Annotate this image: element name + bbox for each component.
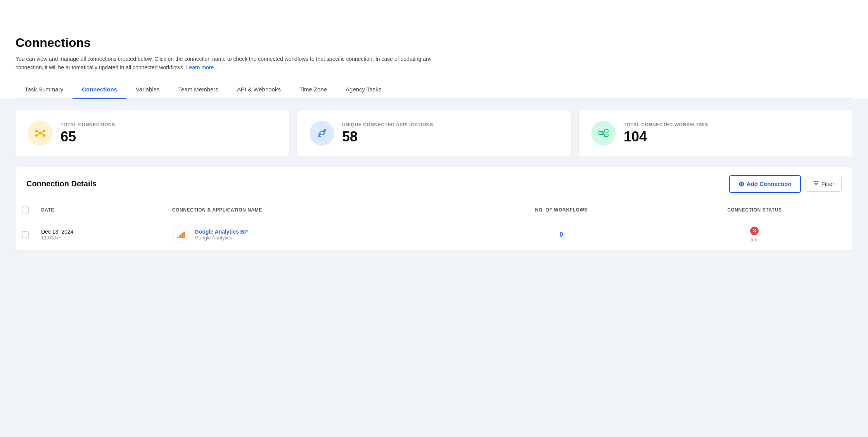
col-status: CONNECTION STATUS (657, 201, 852, 219)
date-cell: Dec 13, 2024 11:03:57 (41, 229, 160, 241)
svg-line-8 (40, 133, 44, 136)
stat-card-unique-apps: UNIQUE CONNECTED APPLICATIONS 58 (297, 110, 571, 157)
tab-variables[interactable]: Variables (126, 81, 169, 99)
filter-icon (813, 180, 819, 188)
date-main: Dec 13, 2024 (41, 229, 160, 235)
svg-line-7 (36, 133, 40, 136)
select-all-checkbox[interactable] (22, 206, 29, 213)
tab-time-zone[interactable]: Time Zone (290, 81, 336, 99)
total-workflows-label: TOTAL CONNECTED WORKFLOWS (624, 122, 708, 127)
svg-line-6 (40, 131, 44, 133)
tab-task-summary[interactable]: Task Summary (16, 81, 73, 99)
total-connections-label: TOTAL CONNECTIONS (61, 122, 115, 127)
svg-rect-19 (183, 231, 185, 238)
panel-title: Connection Details (26, 179, 97, 188)
app-cell: Google Analytics BP Google Analytics (172, 226, 460, 243)
col-workflows: NO. OF WORKFLOWS (466, 201, 657, 219)
page-title: Connections (16, 36, 852, 50)
col-date: DATE (35, 201, 166, 219)
unique-apps-value: 58 (342, 129, 433, 145)
tabs-nav: Task Summary Connections Variables Team … (16, 81, 852, 99)
total-connections-icon (28, 121, 53, 146)
tab-team-members[interactable]: Team Members (169, 81, 227, 99)
content-area: TOTAL CONNECTIONS 65 UNIQUE CONNECTED AP… (0, 99, 868, 332)
app-name-link[interactable]: Google Analytics BP (195, 229, 248, 235)
stat-card-total-workflows: TOTAL CONNECTED WORKFLOWS 104 (579, 110, 852, 157)
total-workflows-icon (591, 121, 616, 146)
learn-more-link[interactable]: Learn more (186, 64, 214, 71)
top-bar (0, 0, 868, 23)
unique-apps-label: UNIQUE CONNECTED APPLICATIONS (342, 122, 433, 127)
svg-rect-13 (604, 134, 608, 136)
main-content: Connections You can view and manage all … (0, 23, 868, 99)
table-header: DATE CONNECTION & APPLICATION NAME NO. O… (16, 201, 852, 219)
add-connection-button[interactable]: ⊕ Add Connection (729, 175, 801, 193)
tab-api-webhooks[interactable]: API & Webhooks (228, 81, 290, 99)
svg-rect-17 (179, 235, 180, 238)
app-info: Google Analytics BP Google Analytics (195, 229, 248, 241)
stats-row: TOTAL CONNECTIONS 65 UNIQUE CONNECTED AP… (16, 110, 852, 157)
svg-point-10 (318, 135, 320, 137)
status-cell: Idle (663, 227, 846, 243)
svg-rect-12 (604, 130, 608, 132)
svg-line-5 (36, 131, 40, 133)
total-connections-value: 65 (61, 129, 115, 145)
stat-card-total-connections: TOTAL CONNECTIONS 65 (16, 110, 289, 157)
date-time: 11:03:57 (41, 235, 160, 241)
panel-actions: ⊕ Add Connection Filter (729, 175, 842, 193)
workflows-count: 0 (560, 231, 563, 238)
panel-header: Connection Details ⊕ Add Connection Filt… (16, 167, 852, 201)
total-workflows-value: 104 (624, 129, 708, 145)
app-subname: Google Analytics (195, 235, 248, 241)
table-row: Dec 13, 2024 11:03:57 (16, 219, 852, 250)
row-checkbox[interactable] (22, 231, 29, 238)
col-connection-name: CONNECTION & APPLICATION NAME (166, 201, 466, 219)
page-description: You can view and manage all connections … (16, 55, 442, 72)
app-icon (172, 226, 189, 243)
checkbox-header (16, 201, 35, 219)
unique-apps-icon (310, 121, 334, 146)
plus-icon: ⊕ (738, 180, 744, 188)
svg-rect-16 (177, 237, 178, 238)
filter-button[interactable]: Filter (806, 176, 842, 192)
svg-rect-11 (599, 131, 603, 134)
connection-details-panel: Connection Details ⊕ Add Connection Filt… (16, 167, 852, 251)
status-error-icon (750, 227, 759, 235)
connections-table: DATE CONNECTION & APPLICATION NAME NO. O… (16, 201, 852, 251)
svg-rect-18 (182, 233, 183, 238)
tab-agency-tasks[interactable]: Agency Tasks (336, 81, 391, 99)
tab-connections[interactable]: Connections (73, 81, 126, 99)
status-text: Idle (750, 237, 759, 243)
svg-point-9 (324, 129, 326, 131)
